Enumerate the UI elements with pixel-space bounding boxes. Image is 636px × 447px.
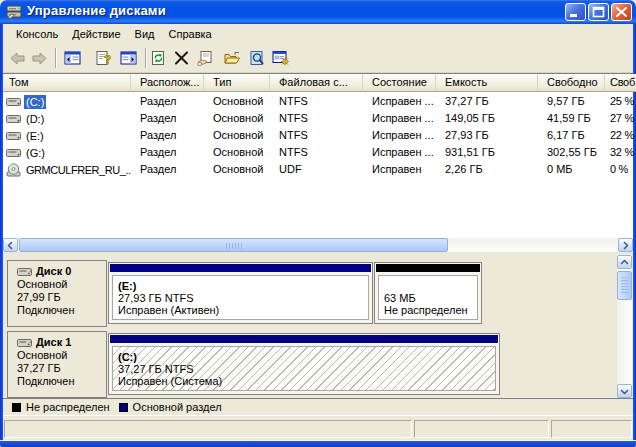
volume-free-pct: 25 % xyxy=(605,93,636,110)
vertical-scrollbar-thumb[interactable] xyxy=(617,271,632,300)
menu-console[interactable]: Консоль xyxy=(9,26,65,42)
volume-fs: NTFS xyxy=(270,127,363,144)
volume-name[interactable]: GRMCULFRER_RU_... xyxy=(24,163,131,177)
column-header-volume[interactable]: Том xyxy=(3,74,131,92)
partition-color-band xyxy=(110,335,498,343)
volume-free-pct: 27 % xyxy=(605,110,636,127)
volume-fs: NTFS xyxy=(270,144,363,161)
volume-row-c[interactable]: (C:) Раздел Основной NTFS Исправен ... 3… xyxy=(3,93,636,110)
scroll-down-button[interactable] xyxy=(617,384,632,398)
volume-status: Исправен xyxy=(363,161,436,178)
volume-name[interactable]: (G:) xyxy=(24,146,47,160)
help-button[interactable]: ? xyxy=(94,49,112,67)
forward-button[interactable] xyxy=(30,49,48,67)
graphical-view: Диск 0 Основной 27,99 ГБ Подключен (E:) … xyxy=(3,252,633,398)
partition-unallocated[interactable]: 63 МБ Не распределен xyxy=(374,262,482,324)
volume-free-pct: 0 % xyxy=(605,161,636,178)
disk-type: Основной xyxy=(17,278,67,290)
legend-label: Не распределен xyxy=(26,401,110,413)
show-action-pane-button[interactable] xyxy=(119,49,137,67)
properties-button[interactable] xyxy=(196,49,214,67)
svg-text:?: ? xyxy=(104,53,111,67)
scroll-up-button[interactable] xyxy=(617,255,632,269)
toolbar-separator xyxy=(145,48,147,68)
volume-name[interactable]: (D:) xyxy=(24,112,46,126)
disk-status: Подключен xyxy=(17,375,75,387)
disk0-label-panel[interactable]: Диск 0 Основной 27,99 ГБ Подключен xyxy=(7,260,107,327)
volume-status: Исправен ... xyxy=(363,144,436,161)
volume-name[interactable]: (C:) xyxy=(24,95,46,109)
volume-type: Основной xyxy=(204,161,270,178)
minimize-button[interactable] xyxy=(565,3,586,21)
vertical-scrollbar[interactable] xyxy=(617,255,632,398)
partition-label: (C:) xyxy=(118,351,495,363)
horizontal-scrollbar[interactable] xyxy=(3,238,633,252)
legend-unallocated: Не распределен xyxy=(3,401,110,413)
menu-view[interactable]: Вид xyxy=(128,26,162,42)
volume-location: Раздел xyxy=(131,110,204,127)
volume-free-pct: 32 % xyxy=(605,144,636,161)
find-button[interactable] xyxy=(248,49,266,67)
window-title: Управление дисками xyxy=(27,3,166,18)
partition-size: 37,27 ГБ NTFS xyxy=(118,363,495,375)
menu-action[interactable]: Действие xyxy=(65,26,127,42)
volume-row-e[interactable]: (E:) Раздел Основной NTFS Исправен ... 2… xyxy=(3,127,636,144)
volume-capacity: 2,26 ГБ xyxy=(436,161,538,178)
volume-status: Исправен ... xyxy=(363,127,436,144)
partition-c[interactable]: (C:) 37,27 ГБ NTFS Исправен (Система) xyxy=(108,333,500,395)
column-header-capacity[interactable]: Емкость xyxy=(436,74,538,92)
disk-management-app-icon xyxy=(6,4,22,20)
volume-location: Раздел xyxy=(131,93,204,110)
disk-volume-icon xyxy=(6,129,22,143)
volume-capacity: 37,27 ГБ xyxy=(436,93,538,110)
partition-e[interactable]: (E:) 27,93 ГБ NTFS Исправен (Активен) xyxy=(108,262,373,324)
disk-status: Подключен xyxy=(17,304,75,316)
close-button[interactable] xyxy=(611,3,632,21)
disk-name: Диск 0 xyxy=(36,265,71,278)
disk-volume-icon xyxy=(6,95,22,109)
volume-free: 302,55 ГБ xyxy=(538,144,605,161)
legend-bar: Не распределен Основной раздел xyxy=(3,398,633,415)
scroll-right-button[interactable] xyxy=(618,238,633,252)
partition-status: Исправен (Активен) xyxy=(118,304,368,316)
column-header-filesystem[interactable]: Файловая с... xyxy=(270,74,363,92)
column-header-free[interactable]: Свободно xyxy=(538,74,605,92)
column-header-type[interactable]: Тип xyxy=(204,74,270,92)
volume-type: Основной xyxy=(204,144,270,161)
disk-drive-icon xyxy=(17,337,33,349)
partition-label: (E:) xyxy=(118,280,368,292)
volume-type: Основной xyxy=(204,127,270,144)
volume-row-g[interactable]: (G:) Раздел Основной NTFS Исправен ... 9… xyxy=(3,144,636,161)
show-console-tree-button[interactable] xyxy=(63,49,81,67)
volume-free-pct: 22 % xyxy=(605,127,636,144)
volume-row-d[interactable]: (D:) Раздел Основной NTFS Исправен ... 1… xyxy=(3,110,636,127)
volume-row-dvd[interactable]: GRMCULFRER_RU_... Раздел Основной UDF Ис… xyxy=(3,161,636,178)
menu-help[interactable]: Справка xyxy=(162,26,219,42)
titlebar: Управление дисками xyxy=(0,0,636,24)
partition-size: 63 МБ xyxy=(384,292,477,304)
volume-fs: NTFS xyxy=(270,93,363,110)
disk-volume-icon xyxy=(6,112,22,126)
volume-name[interactable]: (E:) xyxy=(24,129,46,143)
back-button[interactable] xyxy=(8,49,26,67)
maximize-button[interactable] xyxy=(588,3,609,21)
column-header-free-pct[interactable]: Своб xyxy=(605,74,636,92)
disk1-label-panel[interactable]: Диск 1 Основной 37,27 ГБ Подключен xyxy=(7,331,107,398)
refresh-button[interactable] xyxy=(149,49,167,67)
column-header-status[interactable]: Состояние xyxy=(363,74,436,92)
scroll-left-button[interactable] xyxy=(3,238,18,252)
volume-status: Исправен ... xyxy=(363,110,436,127)
column-header-location[interactable]: Располож... xyxy=(131,74,204,92)
horizontal-scrollbar-thumb[interactable] xyxy=(19,238,448,252)
volume-capacity: 931,51 ГБ xyxy=(436,144,538,161)
delete-button[interactable] xyxy=(172,49,190,67)
toolbar: ? xyxy=(3,43,633,73)
disk-volume-icon xyxy=(6,146,22,160)
partition-status: Не распределен xyxy=(384,304,477,316)
primary-partition-swatch xyxy=(119,403,128,412)
volume-free: 0 МБ xyxy=(538,161,605,178)
open-button[interactable] xyxy=(223,49,241,67)
status-bar xyxy=(3,415,633,440)
disk-drive-icon xyxy=(17,266,33,278)
console-settings-button[interactable] xyxy=(272,49,290,67)
